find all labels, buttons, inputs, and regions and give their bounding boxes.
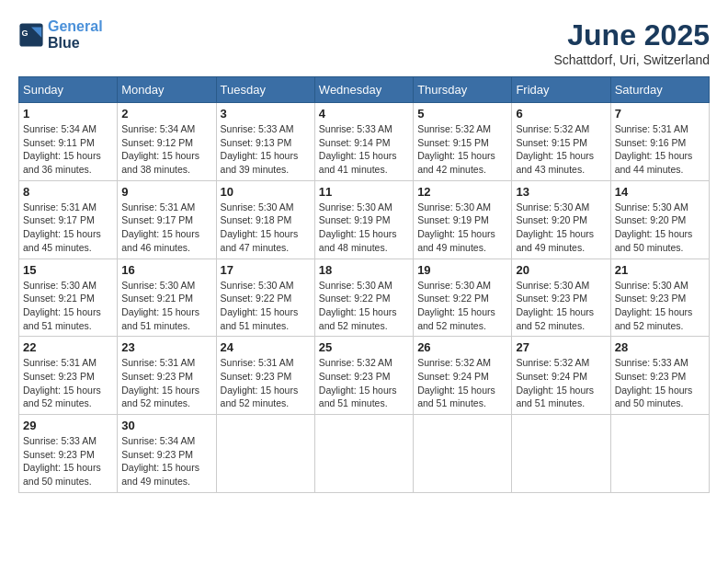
sunrise: Sunrise: 5:30 AM xyxy=(221,201,294,213)
header-wednesday: Wednesday xyxy=(314,77,413,103)
daylight: Daylight: 15 hours and 50 minutes. xyxy=(23,462,101,487)
sunrise: Sunrise: 5:31 AM xyxy=(121,201,195,213)
day-cell-7: 7 Sunrise: 5:31 AM Sunset: 9:16 PM Dayli… xyxy=(610,103,709,181)
sunrise: Sunrise: 5:30 AM xyxy=(615,201,688,213)
day-number: 18 xyxy=(319,263,409,277)
daylight: Daylight: 15 hours and 39 minutes. xyxy=(221,150,299,175)
svg-text:G: G xyxy=(22,29,28,38)
sunset: Sunset: 9:22 PM xyxy=(221,293,292,304)
sunrise: Sunrise: 5:31 AM xyxy=(121,357,195,368)
day-number: 21 xyxy=(615,263,705,277)
sunrise: Sunrise: 5:32 AM xyxy=(516,357,589,368)
sunset: Sunset: 9:23 PM xyxy=(221,371,292,382)
sunset: Sunset: 9:18 PM xyxy=(221,214,292,225)
sunset: Sunset: 9:12 PM xyxy=(121,137,193,148)
sunrise: Sunrise: 5:30 AM xyxy=(121,280,195,291)
daylight: Daylight: 15 hours and 49 minutes. xyxy=(417,228,495,253)
day-cell-15: 15 Sunrise: 5:30 AM Sunset: 9:21 PM Dayl… xyxy=(19,259,118,337)
daylight: Daylight: 15 hours and 51 minutes. xyxy=(319,385,397,409)
sunset: Sunset: 9:20 PM xyxy=(516,214,587,225)
sunrise: Sunrise: 5:34 AM xyxy=(23,123,97,134)
day-number: 26 xyxy=(417,340,507,354)
day-cell-3: 3 Sunrise: 5:33 AM Sunset: 9:13 PM Dayli… xyxy=(216,103,314,181)
day-info: Sunrise: 5:30 AM Sunset: 9:19 PM Dayligh… xyxy=(319,201,409,255)
day-cell-28: 28 Sunrise: 5:33 AM Sunset: 9:23 PM Dayl… xyxy=(610,337,709,415)
sunset: Sunset: 9:23 PM xyxy=(319,371,391,382)
day-info: Sunrise: 5:30 AM Sunset: 9:18 PM Dayligh… xyxy=(221,201,311,255)
day-cell-19: 19 Sunrise: 5:30 AM Sunset: 9:22 PM Dayl… xyxy=(414,259,512,337)
week-row-4: 22 Sunrise: 5:31 AM Sunset: 9:23 PM Dayl… xyxy=(19,337,710,415)
sunrise: Sunrise: 5:31 AM xyxy=(221,357,294,368)
sunset: Sunset: 9:17 PM xyxy=(121,214,193,225)
daylight: Daylight: 15 hours and 52 minutes. xyxy=(221,385,299,409)
sunset: Sunset: 9:14 PM xyxy=(319,137,391,148)
day-cell-18: 18 Sunrise: 5:30 AM Sunset: 9:22 PM Dayl… xyxy=(314,259,413,337)
day-number: 27 xyxy=(516,340,606,354)
empty-cell xyxy=(610,415,709,493)
header-saturday: Saturday xyxy=(610,77,709,103)
sunset: Sunset: 9:24 PM xyxy=(417,371,489,382)
week-row-1: 1 Sunrise: 5:34 AM Sunset: 9:11 PM Dayli… xyxy=(19,103,710,181)
day-cell-13: 13 Sunrise: 5:30 AM Sunset: 9:20 PM Dayl… xyxy=(512,180,610,259)
day-info: Sunrise: 5:32 AM Sunset: 9:24 PM Dayligh… xyxy=(417,356,507,410)
sunset: Sunset: 9:19 PM xyxy=(417,214,489,225)
sunrise: Sunrise: 5:33 AM xyxy=(615,357,688,368)
logo: G General Blue xyxy=(18,18,103,51)
day-info: Sunrise: 5:34 AM Sunset: 9:12 PM Dayligh… xyxy=(121,122,211,177)
day-info: Sunrise: 5:34 AM Sunset: 9:23 PM Dayligh… xyxy=(121,434,211,488)
day-cell-23: 23 Sunrise: 5:31 AM Sunset: 9:23 PM Dayl… xyxy=(118,337,216,415)
calendar-subtitle: Schattdorf, Uri, Switzerland xyxy=(553,52,710,67)
empty-cell xyxy=(414,415,512,493)
day-info: Sunrise: 5:30 AM Sunset: 9:20 PM Dayligh… xyxy=(516,201,606,255)
day-cell-5: 5 Sunrise: 5:32 AM Sunset: 9:15 PM Dayli… xyxy=(414,103,512,181)
day-number: 8 xyxy=(23,185,113,199)
daylight: Daylight: 15 hours and 51 minutes. xyxy=(221,306,299,331)
day-number: 19 xyxy=(417,263,507,277)
day-cell-21: 21 Sunrise: 5:30 AM Sunset: 9:23 PM Dayl… xyxy=(610,259,709,337)
logo-line2: Blue xyxy=(48,35,80,51)
sunrise: Sunrise: 5:32 AM xyxy=(516,123,589,134)
sunrise: Sunrise: 5:30 AM xyxy=(221,280,294,291)
daylight: Daylight: 15 hours and 50 minutes. xyxy=(615,385,693,409)
day-info: Sunrise: 5:30 AM Sunset: 9:20 PM Dayligh… xyxy=(615,201,705,255)
day-cell-16: 16 Sunrise: 5:30 AM Sunset: 9:21 PM Dayl… xyxy=(118,259,216,337)
day-cell-20: 20 Sunrise: 5:30 AM Sunset: 9:23 PM Dayl… xyxy=(512,259,610,337)
day-cell-27: 27 Sunrise: 5:32 AM Sunset: 9:24 PM Dayl… xyxy=(512,337,610,415)
day-info: Sunrise: 5:30 AM Sunset: 9:19 PM Dayligh… xyxy=(417,201,507,255)
day-cell-12: 12 Sunrise: 5:30 AM Sunset: 9:19 PM Dayl… xyxy=(414,180,512,259)
daylight: Daylight: 15 hours and 51 minutes. xyxy=(23,306,101,331)
sunset: Sunset: 9:21 PM xyxy=(23,293,95,304)
day-info: Sunrise: 5:32 AM Sunset: 9:15 PM Dayligh… xyxy=(417,122,507,177)
day-cell-25: 25 Sunrise: 5:32 AM Sunset: 9:23 PM Dayl… xyxy=(314,337,413,415)
day-number: 2 xyxy=(121,107,211,121)
daylight: Daylight: 15 hours and 43 minutes. xyxy=(516,150,594,175)
day-cell-26: 26 Sunrise: 5:32 AM Sunset: 9:24 PM Dayl… xyxy=(414,337,512,415)
daylight: Daylight: 15 hours and 48 minutes. xyxy=(319,228,397,253)
sunset: Sunset: 9:11 PM xyxy=(23,137,95,148)
sunrise: Sunrise: 5:30 AM xyxy=(615,280,688,291)
sunrise: Sunrise: 5:33 AM xyxy=(23,435,97,446)
sunset: Sunset: 9:23 PM xyxy=(615,371,687,382)
sunset: Sunset: 9:16 PM xyxy=(615,137,687,148)
logo-line1: General xyxy=(48,18,103,34)
day-number: 1 xyxy=(23,107,113,121)
daylight: Daylight: 15 hours and 52 minutes. xyxy=(23,385,101,409)
daylight: Daylight: 15 hours and 41 minutes. xyxy=(319,150,397,175)
sunset: Sunset: 9:23 PM xyxy=(23,449,95,460)
day-number: 5 xyxy=(417,107,507,121)
day-number: 17 xyxy=(221,263,311,277)
sunrise: Sunrise: 5:30 AM xyxy=(417,280,491,291)
sunrise: Sunrise: 5:34 AM xyxy=(121,435,195,446)
day-info: Sunrise: 5:30 AM Sunset: 9:21 PM Dayligh… xyxy=(121,279,211,333)
sunrise: Sunrise: 5:33 AM xyxy=(221,123,294,134)
day-info: Sunrise: 5:33 AM Sunset: 9:23 PM Dayligh… xyxy=(615,356,705,410)
sunset: Sunset: 9:23 PM xyxy=(516,293,587,304)
sunset: Sunset: 9:19 PM xyxy=(319,214,391,225)
sunrise: Sunrise: 5:30 AM xyxy=(23,280,97,291)
day-cell-6: 6 Sunrise: 5:32 AM Sunset: 9:15 PM Dayli… xyxy=(512,103,610,181)
calendar-title: June 2025 xyxy=(553,18,710,52)
day-number: 14 xyxy=(615,185,705,199)
day-cell-8: 8 Sunrise: 5:31 AM Sunset: 9:17 PM Dayli… xyxy=(19,180,118,259)
day-info: Sunrise: 5:31 AM Sunset: 9:17 PM Dayligh… xyxy=(23,201,113,255)
day-number: 20 xyxy=(516,263,606,277)
